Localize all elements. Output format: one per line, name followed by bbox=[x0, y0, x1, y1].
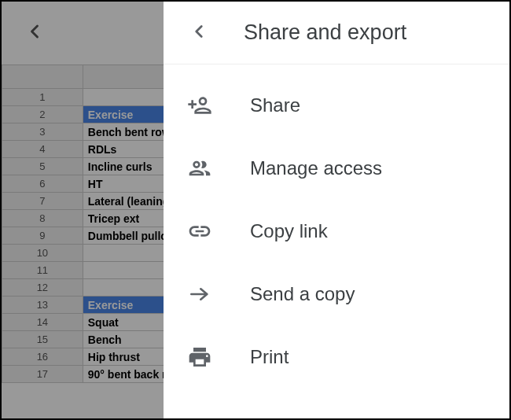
send-icon bbox=[187, 282, 212, 307]
menu-item-label: Share bbox=[250, 94, 300, 116]
menu-item-label: Print bbox=[250, 346, 289, 368]
person-add-icon bbox=[187, 93, 212, 118]
menu-item-copy-link[interactable]: Copy link bbox=[164, 200, 509, 263]
link-icon bbox=[187, 219, 212, 244]
menu-item-send-a-copy[interactable]: Send a copy bbox=[164, 263, 509, 326]
panel-back-button[interactable] bbox=[189, 21, 209, 45]
menu-item-print[interactable]: Print bbox=[164, 326, 509, 389]
people-icon bbox=[187, 156, 212, 181]
menu-item-manage-access[interactable]: Manage access bbox=[164, 137, 509, 200]
menu-item-label: Manage access bbox=[250, 157, 382, 179]
share-panel: Share and export ShareManage accessCopy … bbox=[164, 2, 509, 418]
menu-item-share[interactable]: Share bbox=[164, 74, 509, 137]
print-icon bbox=[187, 344, 212, 370]
menu-item-label: Send a copy bbox=[250, 283, 355, 305]
menu-item-label: Copy link bbox=[250, 220, 328, 242]
panel-header: Share and export bbox=[164, 2, 509, 64]
panel-title: Share and export bbox=[244, 20, 406, 45]
menu-list: ShareManage accessCopy linkSend a copyPr… bbox=[164, 74, 509, 389]
